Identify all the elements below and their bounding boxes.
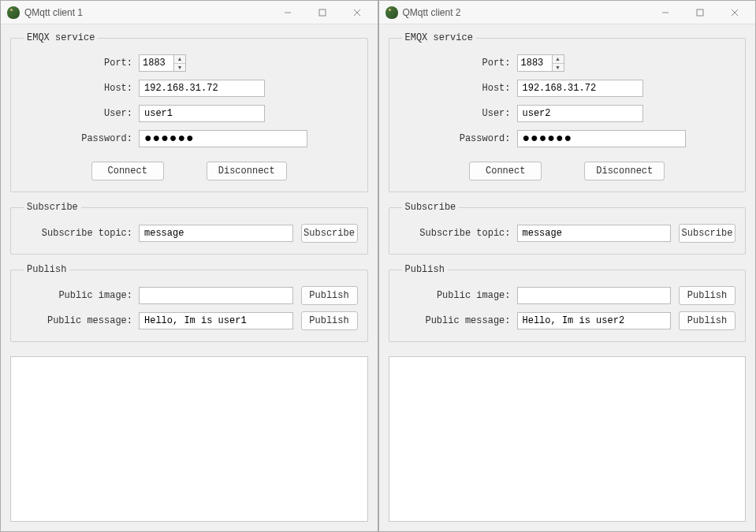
subscribe-legend: Subscribe (402, 202, 460, 213)
port-input[interactable] (517, 54, 552, 72)
public-message-input[interactable] (517, 312, 672, 329)
window-controls (270, 2, 374, 24)
spin-down-icon[interactable]: ▼ (174, 64, 185, 72)
subscribe-topic-label: Subscribe topic: (20, 228, 139, 239)
user-input[interactable] (517, 105, 643, 122)
publish-image-button[interactable]: Publish (301, 286, 358, 305)
emqx-service-group: EMQX service Port: ▲ ▼ Host: (389, 32, 747, 192)
port-spinbox[interactable]: ▲ ▼ (517, 54, 564, 72)
titlebar: QMqtt client 2 (379, 1, 756, 24)
publish-image-button[interactable]: Publish (679, 286, 736, 305)
window-controls (648, 2, 752, 24)
window-client-1: QMqtt client 1 EMQX service Port: ▲ ▼ (0, 0, 378, 532)
user-input[interactable] (139, 105, 265, 122)
host-input[interactable] (517, 80, 643, 97)
output-textarea[interactable] (10, 356, 368, 522)
public-message-input[interactable] (139, 312, 293, 329)
output-textarea[interactable] (389, 356, 747, 522)
port-input[interactable] (139, 54, 173, 72)
client-body: EMQX service Port: ▲ ▼ Host: (1, 24, 378, 350)
password-label: Password: (399, 133, 517, 144)
port-spinbox[interactable]: ▲ ▼ (139, 54, 186, 72)
app-icon (385, 6, 398, 19)
emqx-service-group: EMQX service Port: ▲ ▼ Host: (10, 32, 368, 192)
close-button[interactable] (717, 2, 752, 24)
svg-rect-5 (697, 9, 703, 16)
connect-button[interactable]: Connect (91, 162, 164, 180)
publish-group: Publish Public image: Publish Public mes… (389, 264, 747, 342)
disconnect-button[interactable]: Disconnect (584, 162, 665, 180)
spin-down-icon[interactable]: ▼ (553, 64, 564, 72)
subscribe-group: Subscribe Subscribe topic: Subscribe (389, 202, 747, 255)
host-label: Host: (20, 83, 139, 94)
spin-up-icon[interactable]: ▲ (174, 55, 185, 64)
publish-message-button[interactable]: Publish (301, 311, 358, 330)
publish-group: Publish Public image: Publish Public mes… (10, 264, 368, 342)
minimize-button[interactable] (648, 2, 683, 24)
password-label: Password: (20, 133, 139, 144)
public-image-label: Public image: (399, 290, 517, 301)
subscribe-button[interactable]: Subscribe (301, 224, 358, 243)
subscribe-group: Subscribe Subscribe topic: Subscribe (10, 202, 368, 255)
host-label: Host: (399, 83, 517, 94)
public-message-label: Public message: (20, 315, 139, 326)
titlebar: QMqtt client 1 (1, 1, 378, 24)
publish-legend: Publish (402, 264, 448, 275)
spinbox-arrows: ▲ ▼ (173, 54, 186, 72)
subscribe-topic-label: Subscribe topic: (399, 228, 517, 239)
connect-button[interactable]: Connect (469, 162, 542, 180)
user-label: User: (399, 108, 517, 119)
minimize-button[interactable] (270, 2, 305, 24)
subscribe-legend: Subscribe (24, 202, 81, 213)
port-label: Port: (399, 58, 517, 69)
public-message-label: Public message: (399, 315, 517, 326)
window-title: QMqtt client 1 (24, 7, 270, 18)
publish-message-button[interactable]: Publish (679, 311, 736, 330)
public-image-label: Public image: (20, 290, 139, 301)
spinbox-arrows: ▲ ▼ (552, 54, 564, 72)
app-icon (7, 6, 20, 19)
window-title: QMqtt client 2 (403, 7, 649, 18)
public-image-input[interactable] (517, 287, 672, 304)
port-label: Port: (20, 58, 139, 69)
window-client-2: QMqtt client 2 EMQX service Port: ▲ ▼ (378, 0, 757, 532)
public-image-input[interactable] (139, 287, 293, 304)
subscribe-button[interactable]: Subscribe (679, 224, 736, 243)
subscribe-topic-input[interactable] (139, 225, 293, 242)
svg-rect-1 (319, 9, 326, 16)
maximize-button[interactable] (305, 2, 340, 24)
subscribe-topic-input[interactable] (517, 225, 672, 242)
host-input[interactable] (139, 80, 265, 97)
maximize-button[interactable] (683, 2, 717, 24)
spin-up-icon[interactable]: ▲ (553, 55, 564, 64)
emqx-legend: EMQX service (24, 32, 98, 43)
client-body: EMQX service Port: ▲ ▼ Host: (379, 24, 756, 350)
password-input[interactable] (139, 130, 307, 147)
publish-legend: Publish (24, 264, 69, 275)
user-label: User: (20, 108, 139, 119)
close-button[interactable] (340, 2, 374, 24)
disconnect-button[interactable]: Disconnect (207, 162, 287, 180)
emqx-legend: EMQX service (402, 32, 476, 43)
password-input[interactable] (517, 130, 686, 147)
